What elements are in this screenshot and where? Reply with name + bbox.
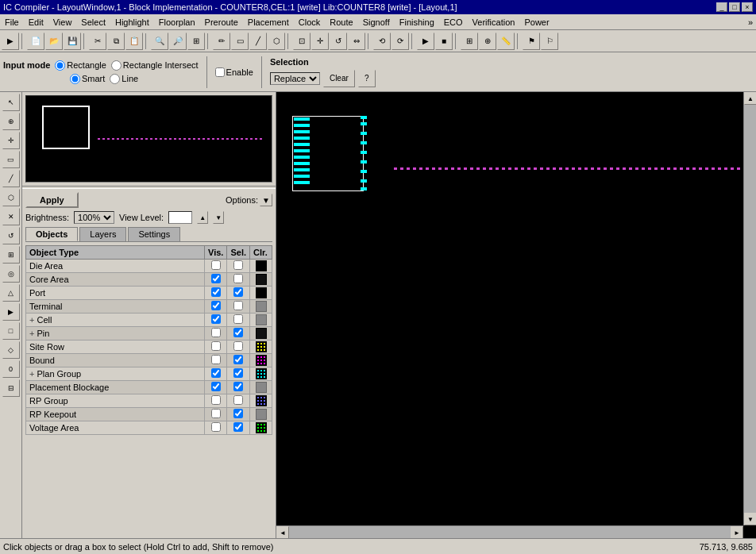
sidebar-tri-btn[interactable]: △ (2, 284, 20, 302)
vis-checkbox[interactable] (211, 301, 221, 310)
toolbar-btn-line[interactable]: ╱ (249, 33, 267, 50)
sidebar-select-btn[interactable]: ↖ (2, 94, 20, 111)
toolbar-btn-pencil[interactable]: ✏ (213, 33, 230, 50)
vis-checkbox[interactable] (211, 274, 221, 283)
toolbar-btn-zoom-in[interactable]: 🔍 (151, 33, 168, 50)
toolbar-btn-paste[interactable]: 📋 (125, 33, 143, 50)
color-cell[interactable] (250, 314, 272, 327)
line-radio[interactable] (110, 74, 120, 84)
smart-radio-label[interactable]: Smart (70, 74, 105, 84)
menu-highlight[interactable]: Highlight (110, 16, 154, 29)
maximize-button[interactable]: □ (729, 2, 740, 12)
toolbar-btn-poly[interactable]: ⬡ (268, 33, 285, 50)
sidebar-undo-btn[interactable]: ↺ (2, 227, 20, 244)
sel-checkbox[interactable] (233, 328, 243, 337)
enable-checkbox-label[interactable]: Enable (215, 67, 253, 77)
sidebar-grid-btn[interactable]: ⊞ (2, 246, 20, 264)
sidebar-play-btn[interactable]: ▶ (2, 303, 20, 321)
sel-checkbox[interactable] (233, 314, 243, 324)
menu-clock[interactable]: Clock (294, 16, 326, 29)
toolbar-btn-save[interactable]: 💾 (64, 33, 81, 50)
color-cell[interactable] (250, 394, 272, 408)
color-cell[interactable] (250, 408, 272, 421)
menu-route[interactable]: Route (325, 16, 357, 29)
menu-expand[interactable]: » (745, 16, 756, 29)
sel-checkbox[interactable] (233, 395, 243, 405)
sidebar-zoom-btn[interactable]: ⊕ (2, 113, 20, 130)
color-cell[interactable] (250, 273, 272, 287)
toolbar-btn-snap[interactable]: ⊕ (479, 33, 496, 50)
toolbar-btn-ruler[interactable]: 📏 (497, 33, 515, 50)
sel-checkbox[interactable] (233, 409, 243, 418)
toolbar-btn-arrow[interactable]: ▶ (2, 33, 19, 50)
vis-checkbox[interactable] (211, 382, 221, 391)
vis-checkbox[interactable] (211, 355, 221, 364)
menu-placement[interactable]: Placement (243, 16, 294, 29)
apply-button[interactable]: Apply (25, 192, 79, 208)
scroll-track-h[interactable] (289, 526, 731, 538)
tab-layers[interactable]: Layers (79, 227, 126, 241)
color-cell[interactable] (250, 260, 272, 273)
toolbar-btn-drc[interactable]: ⚑ (523, 33, 540, 50)
rectangle-radio-label[interactable]: Rectangle (55, 60, 106, 71)
toolbar-btn-move[interactable]: ✛ (311, 33, 329, 50)
rect-intersect-radio[interactable] (111, 60, 122, 71)
toolbar-btn-grid[interactable]: ⊞ (461, 33, 478, 50)
color-cell[interactable] (250, 354, 272, 367)
vis-checkbox[interactable] (211, 422, 221, 432)
toolbar-btn-rotate[interactable]: ↺ (330, 33, 347, 50)
scroll-up-button[interactable]: ▲ (744, 92, 756, 105)
view-level-up[interactable]: ▲ (197, 211, 208, 224)
clear-button[interactable]: Clear (323, 70, 355, 87)
scroll-left-button[interactable]: ◄ (276, 526, 289, 538)
color-cell[interactable] (250, 381, 272, 394)
menu-select[interactable]: Select (76, 16, 110, 29)
toolbar-btn-fit[interactable]: ⊞ (187, 33, 205, 50)
scroll-right-button[interactable]: ► (731, 526, 743, 538)
color-cell[interactable] (250, 287, 272, 300)
color-cell[interactable] (250, 367, 272, 381)
rect-intersect-radio-label[interactable]: Rectangle Intersect (111, 60, 199, 71)
vis-checkbox[interactable] (211, 328, 221, 337)
view-level-input[interactable]: 0 (168, 211, 192, 224)
toolbar-btn-lvs[interactable]: ⚐ (541, 33, 558, 50)
scroll-track-v[interactable] (744, 105, 756, 513)
menu-finishing[interactable]: Finishing (395, 16, 439, 29)
toolbar-btn-run[interactable]: ▶ (417, 33, 434, 50)
toolbar-btn-select[interactable]: ⊡ (293, 33, 310, 50)
options-arrow[interactable]: ▼ (260, 194, 272, 206)
line-radio-label[interactable]: Line (110, 74, 138, 84)
menu-eco[interactable]: ECO (439, 16, 468, 29)
menu-edit[interactable]: Edit (24, 16, 48, 29)
sel-checkbox[interactable] (233, 274, 243, 283)
color-cell[interactable] (250, 340, 272, 354)
sel-checkbox[interactable] (233, 368, 243, 378)
sidebar-rect-btn[interactable]: ▭ (2, 151, 20, 168)
menu-preroute[interactable]: Preroute (200, 16, 243, 29)
toolbar-btn-mirror[interactable]: ⇔ (348, 33, 365, 50)
sel-checkbox[interactable] (233, 287, 243, 297)
vis-checkbox[interactable] (211, 314, 221, 324)
menu-power[interactable]: Power (519, 16, 554, 29)
brightness-select[interactable]: 100% 75% 50% (74, 211, 114, 224)
enable-checkbox[interactable] (215, 67, 225, 77)
replace-select[interactable]: Replace Add Remove (270, 72, 320, 85)
sidebar-snap-btn[interactable]: ◎ (2, 265, 20, 283)
vis-checkbox[interactable] (211, 341, 221, 351)
color-cell[interactable] (250, 300, 272, 314)
toolbar-btn-open[interactable]: 📂 (45, 33, 63, 50)
menu-floorplan[interactable]: Floorplan (154, 16, 200, 29)
help-button[interactable]: ? (358, 70, 376, 87)
vis-checkbox[interactable] (211, 287, 221, 297)
sel-checkbox[interactable] (233, 422, 243, 432)
sel-checkbox[interactable] (233, 341, 243, 351)
scroll-down-button[interactable]: ▼ (744, 513, 756, 525)
menu-view[interactable]: View (48, 16, 77, 29)
sel-checkbox[interactable] (233, 382, 243, 391)
rectangle-radio[interactable] (55, 60, 65, 71)
sel-checkbox[interactable] (233, 301, 243, 310)
menu-signoff[interactable]: Signoff (358, 16, 395, 29)
sel-checkbox[interactable] (233, 260, 243, 270)
sidebar-del-btn[interactable]: ✕ (2, 208, 20, 225)
sidebar-pan-btn[interactable]: ✛ (2, 132, 20, 149)
